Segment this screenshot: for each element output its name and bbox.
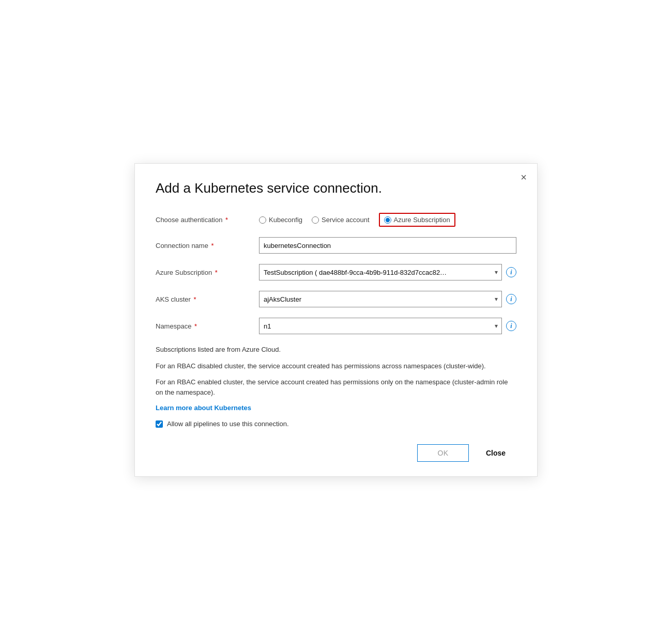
aks-cluster-info-icon[interactable]: i [506,294,516,304]
required-star-5: * [192,322,197,330]
pipeline-checkbox-label: Allow all pipelines to use this connecti… [167,420,289,428]
radio-label-kubeconfig: Kubeconfig [269,216,302,224]
namespace-row: Namespace * n1 ▾ i [156,318,516,334]
required-star: * [223,216,228,224]
pipeline-checkbox[interactable] [156,420,163,428]
namespace-info-icon[interactable]: i [506,321,516,331]
azure-subscription-label: Azure Subscription * [156,269,259,276]
aks-cluster-select[interactable]: ajAksCluster [259,291,502,307]
radio-label-serviceaccount: Service account [322,216,370,224]
radio-kubeconfig[interactable]: Kubeconfig [259,216,302,224]
connection-name-control [259,237,516,254]
required-star-3: * [213,269,218,276]
aks-cluster-label: AKS cluster * [156,295,259,303]
close-icon[interactable]: × [521,172,527,182]
radio-label-azure: Azure Subscription [394,216,450,224]
connection-name-label: Connection name * [156,242,259,249]
button-row: OK Close [156,438,516,462]
close-button[interactable]: Close [475,444,516,462]
azure-subscription-select-wrapper: TestSubscription ( dae488bf-9cca-4b9b-91… [259,264,502,280]
connection-name-input[interactable] [259,237,516,254]
required-star-2: * [209,242,214,249]
namespace-select[interactable]: n1 [259,318,502,334]
azure-subscription-row: Azure Subscription * TestSubscription ( … [156,264,516,280]
radio-azure[interactable]: Azure Subscription [379,213,455,227]
radio-serviceaccount[interactable]: Service account [312,216,370,224]
authentication-options: Kubeconfig Service account Azure Subscri… [259,213,516,227]
radio-input-azure[interactable] [384,216,391,224]
info-text-2: For an RBAC disabled cluster, the servic… [156,361,516,371]
info-text-1: Subscriptions listed are from Azure Clou… [156,345,516,355]
pipeline-checkbox-row: Allow all pipelines to use this connecti… [156,420,516,428]
ok-button[interactable]: OK [417,444,469,462]
radio-group: Kubeconfig Service account Azure Subscri… [259,213,455,227]
radio-input-serviceaccount[interactable] [312,216,319,224]
azure-subscription-info-icon[interactable]: i [506,267,516,277]
namespace-select-wrapper: n1 ▾ [259,318,502,334]
azure-subscription-select[interactable]: TestSubscription ( dae488bf-9cca-4b9b-91… [259,264,502,280]
aks-cluster-select-wrapper: ajAksCluster ▾ [259,291,502,307]
required-star-4: * [192,295,196,303]
aks-cluster-control: ajAksCluster ▾ i [259,291,516,307]
connection-name-row: Connection name * [156,237,516,254]
radio-input-kubeconfig[interactable] [259,216,266,224]
authentication-label: Choose authentication * [156,216,259,224]
azure-subscription-control: TestSubscription ( dae488bf-9cca-4b9b-91… [259,264,516,280]
aks-cluster-row: AKS cluster * ajAksCluster ▾ i [156,291,516,307]
learn-more-link[interactable]: Learn more about Kubernetes [156,404,251,412]
info-section: Subscriptions listed are from Azure Clou… [156,345,516,412]
namespace-label: Namespace * [156,322,259,330]
info-text-3: For an RBAC enabled cluster, the service… [156,377,516,397]
dialog-container: × Add a Kubernetes service connection. C… [134,163,538,477]
dialog-title: Add a Kubernetes service connection. [156,180,516,196]
authentication-row: Choose authentication * Kubeconfig Servi… [156,213,516,227]
namespace-control: n1 ▾ i [259,318,516,334]
